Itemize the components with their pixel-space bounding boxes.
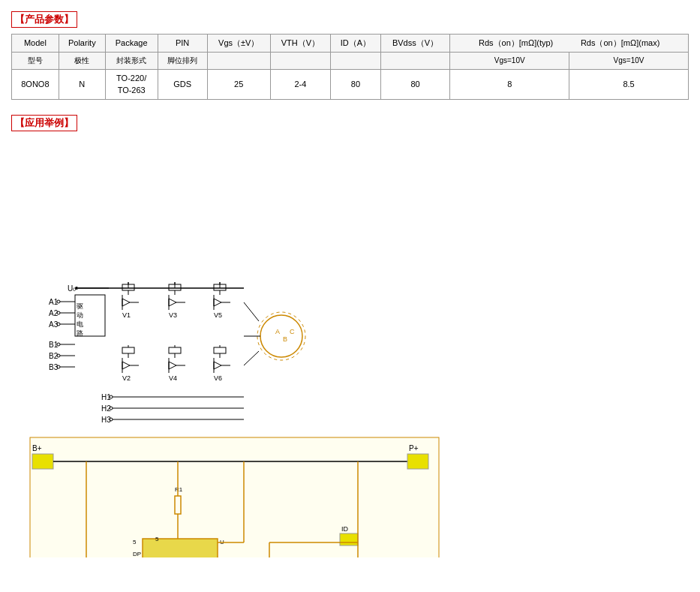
sub-bvdss-empty [380,53,450,70]
svg-marker-17 [122,299,130,306]
col-bvdss: BVdss（V） [380,35,450,53]
data-rds-typ: 8 [450,70,569,100]
mosfet-v4: V4 [169,345,185,382]
col-vgs: Vgs（±V） [207,35,270,53]
mosfet-v6: V6 [214,345,230,382]
lower-circuit-bg [30,437,439,557]
motor-symbol [260,315,302,357]
circuit-diagrams: U₀ A1 A2 A3 驱 动 电 路 B1 B2 [11,137,686,557]
label-v6: V6 [214,374,222,382]
sub-model: 型号 [12,53,59,70]
sub-vgs-empty [207,53,270,70]
label-bplus: B+ [32,444,42,452]
data-vth: 2-4 [270,70,330,100]
svg-marker-23 [169,299,176,306]
pin-5: 5 [133,539,137,545]
col-id: ID（A） [331,35,381,53]
label-v1: V1 [122,311,131,319]
label-motor-c: C [290,328,295,335]
sub-polarity: 极性 [59,53,105,70]
sub-package: 封装形式 [105,53,158,70]
label-dp: DP [133,551,141,557]
pin-5-label: 5 [155,536,159,542]
table-header-row2: 型号 极性 封装形式 脚位排列 Vgs=10V Vgs=10V [12,53,689,70]
bplus-terminal [32,454,53,469]
data-polarity: N [59,70,105,100]
svg-line-63 [244,351,259,365]
table-data-row: 8ONO8 N TO-220/TO-263 GDS 25 2-4 80 80 8… [12,70,689,100]
params-title: 【产品参数】 [11,11,77,28]
vdd-chip [143,539,218,557]
svg-marker-35 [122,362,130,369]
sub-rds-typ: Vgs=10V [450,53,569,70]
data-model: 8ONO8 [12,70,59,100]
data-package: TO-220/TO-263 [105,70,158,100]
data-vgs: 25 [207,70,270,100]
label-v3: V3 [169,311,177,319]
label-v4: V4 [169,374,177,382]
col-package: Package [105,35,158,53]
label-drive4: 路 [77,329,83,337]
label-drive2: 动 [77,311,83,319]
mosfet-v2: V2 [122,345,139,382]
app-title: 【应用举例】 [11,115,77,131]
sub-rds-max: Vgs=10V [569,53,689,70]
label-motor-a: A [275,328,280,335]
label-v2: V2 [122,374,131,382]
col-rds: Rds（on）[mΩ](typ) Rds（on）[mΩ](max) [450,35,689,53]
svg-marker-41 [169,362,176,369]
svg-rect-38 [169,347,181,353]
svg-point-60 [257,312,305,360]
svg-marker-29 [214,299,221,306]
app-example-section: 【应用举例】 U₀ A1 A2 A3 驱 动 电 路 B1 [11,115,689,557]
label-id: ID [341,525,349,533]
sub-vth-empty [270,53,330,70]
svg-rect-32 [122,347,134,353]
table-header-row1: Model Polarity Package PIN Vgs（±V） VTH（V… [12,35,689,53]
pplus-terminal [407,454,428,469]
label-pplus: P+ [409,444,419,452]
col-polarity: Polarity [59,35,105,53]
id-terminal [340,533,358,545]
label-motor-b: B [283,335,287,343]
col-vth: VTH（V） [270,35,330,53]
data-pin: GDS [158,70,207,100]
label-u0: U₀ [68,284,76,293]
params-table: Model Polarity Package PIN Vgs（±V） VTH（V… [11,34,689,100]
svg-line-61 [244,302,259,321]
data-bvdss: 80 [380,70,450,100]
data-id: 80 [331,70,381,100]
full-circuit-svg: U₀ A1 A2 A3 驱 动 电 路 B1 B2 [11,137,686,557]
label-drive3: 电 [77,320,83,328]
col-model: Model [12,35,59,53]
svg-marker-47 [214,362,221,369]
sub-id-empty [331,53,381,70]
data-rds-max: 8.5 [569,70,689,100]
col-pin: PIN [158,35,207,53]
product-params-section: 【产品参数】 Model Polarity Package PIN Vgs（±V… [11,11,689,100]
svg-rect-44 [214,347,226,353]
sub-pin: 脚位排列 [158,53,207,70]
label-drive: 驱 [77,302,83,310]
label-v5: V5 [214,311,222,319]
label-r1: R1 [175,486,183,493]
svg-point-0 [75,287,78,290]
